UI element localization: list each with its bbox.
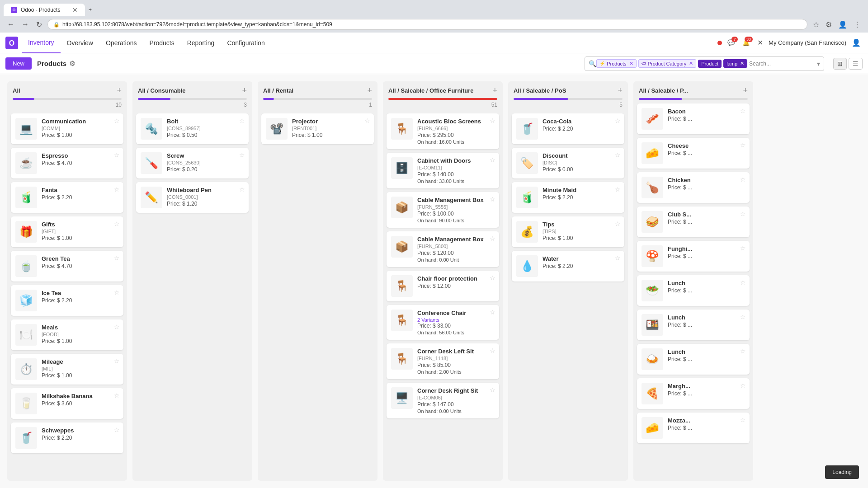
kanban-card[interactable]: ☆ ☕ Espresso Price: $ 4.70 xyxy=(11,148,123,178)
close-btn[interactable]: ✕ xyxy=(755,37,765,49)
tab-close-btn[interactable]: ✕ xyxy=(72,6,78,14)
kanban-card[interactable]: ☆ 🪑 Corner Desk Left Sit [FURN_1118] Pri… xyxy=(387,343,499,379)
search-bar[interactable]: 🔍 ⚡ Products ✕ 🏷 Product Category ✕ Prod… xyxy=(585,56,824,71)
app-logo[interactable]: O xyxy=(5,37,18,49)
notification-btn[interactable]: 🔔 33 xyxy=(741,38,752,48)
list-view-btn[interactable]: ☰ xyxy=(849,58,863,70)
user-avatar[interactable]: 👤 xyxy=(850,37,863,49)
nav-operations[interactable]: Operations xyxy=(99,33,143,53)
card-favorite-star[interactable]: ☆ xyxy=(114,289,120,296)
chat-btn[interactable]: 💬 7 xyxy=(726,38,737,48)
settings-icon[interactable]: ⚙ xyxy=(69,60,75,68)
forward-btn[interactable]: → xyxy=(20,19,31,30)
card-favorite-star[interactable]: ☆ xyxy=(490,117,495,124)
kanban-card[interactable]: ☆ 🍽️ Meals [FOOD] Price: $ 1.00 xyxy=(11,319,123,350)
card-favorite-star[interactable]: ☆ xyxy=(615,220,621,227)
kanban-card[interactable]: ☆ 🗄️ Cabinet with Doors [E-COM11] Price:… xyxy=(387,153,499,188)
menu-btn[interactable]: ⋮ xyxy=(852,19,863,31)
filter-lamp-close[interactable]: ✕ xyxy=(740,61,744,66)
card-favorite-star[interactable]: ☆ xyxy=(239,151,245,159)
card-favorite-star[interactable]: ☆ xyxy=(490,196,495,203)
card-favorite-star[interactable]: ☆ xyxy=(740,176,746,183)
kanban-card[interactable]: ☆ 💰 Tips [TIPS] Price: $ 1.00 xyxy=(512,216,624,247)
kanban-card[interactable]: ☆ 🪛 Screw [CONS_25630] Price: $ 0.20 xyxy=(136,148,249,178)
kanban-card[interactable]: ☆ 💻 Communication [COMM] Price: $ 1.00 xyxy=(11,113,123,144)
card-favorite-star[interactable]: ☆ xyxy=(490,274,495,282)
kanban-card[interactable]: ☆ 🪑 Conference Chair 2 Variants Price: $… xyxy=(387,305,499,340)
kanban-card[interactable]: ☆ 🧀 Mozza... Price: $ ... xyxy=(637,413,750,443)
kanban-card[interactable]: ☆ ✏️ Whiteboard Pen [CONS_0001] Price: $… xyxy=(136,182,249,213)
card-favorite-star[interactable]: ☆ xyxy=(114,357,120,365)
card-favorite-star[interactable]: ☆ xyxy=(114,426,120,433)
reload-btn[interactable]: ↻ xyxy=(34,19,44,31)
card-favorite-star[interactable]: ☆ xyxy=(615,151,621,159)
bookmark-btn[interactable]: ☆ xyxy=(811,19,821,31)
card-favorite-star[interactable]: ☆ xyxy=(239,186,245,193)
card-favorite-star[interactable]: ☆ xyxy=(615,117,621,124)
filter-tag-products[interactable]: ⚡ Products ✕ xyxy=(596,59,636,68)
kanban-card[interactable]: ☆ 🍵 Green Tea Price: $ 4.70 xyxy=(11,251,123,282)
card-favorite-star[interactable]: ☆ xyxy=(740,313,746,320)
kanban-card[interactable]: ☆ 🥓 Bacon Price: $ ... xyxy=(637,103,750,134)
address-bar[interactable]: 🔒 http://68.183.95.102:8078/web#action=7… xyxy=(47,19,807,30)
card-favorite-star[interactable]: ☆ xyxy=(364,117,370,124)
kanban-card[interactable]: ☆ ⏱️ Mileage [MIL] Price: $ 1.00 xyxy=(11,354,123,385)
new-button[interactable]: New xyxy=(5,57,32,70)
col-add-btn[interactable]: + xyxy=(367,86,372,95)
kanban-card[interactable]: ☆ 🔩 Bolt [CONS_89957] Price: $ 0.50 xyxy=(136,113,249,144)
nav-inventory[interactable]: Inventory xyxy=(22,33,61,53)
card-favorite-star[interactable]: ☆ xyxy=(615,254,621,262)
nav-overview[interactable]: Overview xyxy=(61,33,99,53)
card-favorite-star[interactable]: ☆ xyxy=(490,347,495,354)
kanban-card[interactable]: ☆ 🍄 Funghi... Price: $ ... xyxy=(637,241,750,272)
card-favorite-star[interactable]: ☆ xyxy=(740,416,746,423)
kanban-card[interactable]: ☆ 🥗 Lunch Price: $ ... xyxy=(637,275,750,306)
active-tab[interactable]: O Odoo - Products ✕ xyxy=(4,4,85,16)
filter-tag-category[interactable]: 🏷 Product Category ✕ xyxy=(638,59,697,68)
card-favorite-star[interactable]: ☆ xyxy=(490,386,495,394)
filter-products-close[interactable]: ✕ xyxy=(629,61,633,66)
kanban-card[interactable]: ☆ 🧊 Ice Tea Price: $ 2.20 xyxy=(11,285,123,316)
kanban-card[interactable]: ☆ 🍗 Chicken Price: $ ... xyxy=(637,172,750,203)
kanban-card[interactable]: ☆ 📦 Cable Management Box [FURN_5555] Pri… xyxy=(387,192,499,228)
extensions-btn[interactable]: ⚙ xyxy=(824,19,834,31)
kanban-card[interactable]: ☆ 🎁 Gifts [GIFT] Price: $ 1.00 xyxy=(11,216,123,247)
nav-reporting[interactable]: Reporting xyxy=(181,33,221,53)
kanban-card[interactable]: ☆ 🍱 Lunch Price: $ ... xyxy=(637,310,750,340)
card-favorite-star[interactable]: ☆ xyxy=(490,235,495,242)
card-favorite-star[interactable]: ☆ xyxy=(114,220,120,227)
new-tab-btn[interactable]: + xyxy=(85,4,101,16)
kanban-card[interactable]: ☆ 🪑 Chair floor protection Price: $ 12.0… xyxy=(387,271,499,301)
kanban-card[interactable]: ☆ 📦 Cable Management Box [FURN_5800] Pri… xyxy=(387,231,499,267)
kanban-card[interactable]: ☆ 🏷️ Discount [DISC] Price: $ 0.00 xyxy=(512,148,624,178)
col-add-btn[interactable]: + xyxy=(492,86,497,95)
kanban-card[interactable]: ☆ 📽️ Projector [RENT001] Price: $ 1.00 xyxy=(261,113,374,144)
kanban-card[interactable]: ☆ 🧃 Fanta Price: $ 2.20 xyxy=(11,182,123,213)
kanban-card[interactable]: ☆ 🖥️ Corner Desk Right Sit [E-COM06] Pri… xyxy=(387,383,499,418)
card-favorite-star[interactable]: ☆ xyxy=(490,309,495,316)
kanban-card[interactable]: ☆ 🪑 Acoustic Bloc Screens [FURN_6666] Pr… xyxy=(387,113,499,149)
kanban-card[interactable]: ☆ 🥪 Club S... Price: $ ... xyxy=(637,206,750,237)
kanban-card[interactable]: ☆ 🥤 Schweppes Price: $ 2.20 xyxy=(11,422,123,453)
kanban-view-btn[interactable]: ⊞ xyxy=(833,58,847,70)
filter-category-close[interactable]: ✕ xyxy=(689,61,693,66)
card-favorite-star[interactable]: ☆ xyxy=(740,244,746,252)
back-btn[interactable]: ← xyxy=(5,19,16,30)
card-favorite-star[interactable]: ☆ xyxy=(490,156,495,164)
kanban-card[interactable]: ☆ 💧 Water Price: $ 2.20 xyxy=(512,251,624,282)
card-favorite-star[interactable]: ☆ xyxy=(740,382,746,389)
kanban-card[interactable]: ☆ 🥤 Coca-Cola Price: $ 2.20 xyxy=(512,113,624,144)
col-add-btn[interactable]: + xyxy=(117,86,122,95)
kanban-card[interactable]: ☆ 🍛 Lunch Price: $ ... xyxy=(637,344,750,375)
card-favorite-star[interactable]: ☆ xyxy=(239,117,245,124)
search-dropdown-btn[interactable]: ▾ xyxy=(817,60,820,67)
search-input[interactable] xyxy=(749,61,817,67)
kanban-card[interactable]: ☆ 🧃 Minute Maid Price: $ 2.20 xyxy=(512,182,624,213)
card-favorite-star[interactable]: ☆ xyxy=(114,151,120,159)
card-favorite-star[interactable]: ☆ xyxy=(615,186,621,193)
kanban-card[interactable]: ☆ 🧀 Cheese Price: $ ... xyxy=(637,138,750,169)
kanban-card[interactable]: ☆ 🥛 Milkshake Banana Price: $ 3.60 xyxy=(11,388,123,419)
card-favorite-star[interactable]: ☆ xyxy=(114,254,120,262)
kanban-card[interactable]: ☆ 🍕 Margh... Price: $ ... xyxy=(637,378,750,409)
card-favorite-star[interactable]: ☆ xyxy=(740,347,746,355)
